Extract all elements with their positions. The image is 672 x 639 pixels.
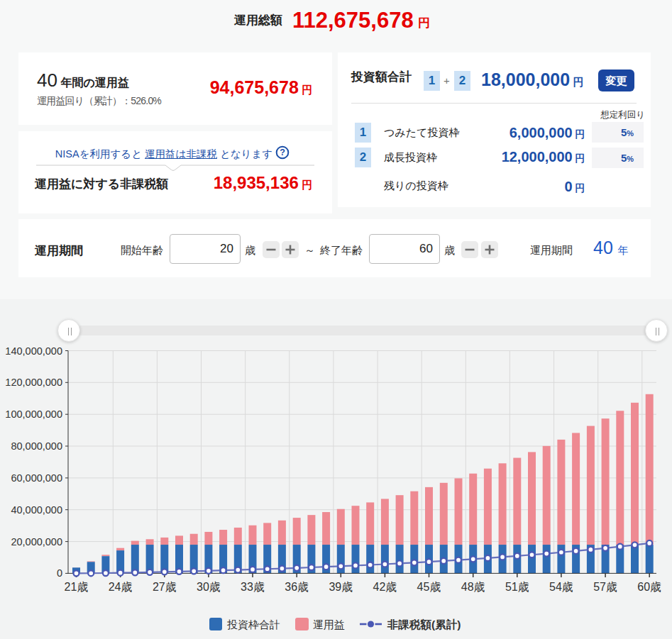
svg-text:140,000,000: 140,000,000: [5, 345, 62, 357]
svg-text:27歳: 27歳: [153, 581, 177, 593]
svg-text:?: ?: [280, 148, 285, 157]
svg-text:51歳: 51歳: [505, 581, 529, 593]
svg-text:20,000,000: 20,000,000: [11, 536, 62, 548]
svg-text:57歳: 57歳: [593, 581, 617, 593]
svg-text:120,000,000: 120,000,000: [5, 377, 62, 388]
svg-text:54歳: 54歳: [549, 581, 573, 593]
svg-text:21歳: 21歳: [65, 581, 89, 593]
svg-text:40,000,000: 40,000,000: [11, 504, 62, 516]
svg-text:36歳: 36歳: [285, 581, 309, 593]
svg-text:33歳: 33歳: [241, 581, 265, 593]
svg-text:39歳: 39歳: [329, 581, 353, 593]
svg-text:80,000,000: 80,000,000: [11, 440, 62, 452]
svg-text:42歳: 42歳: [373, 581, 397, 593]
svg-text:45歳: 45歳: [417, 581, 441, 593]
svg-text:30歳: 30歳: [197, 581, 221, 593]
svg-text:0: 0: [57, 567, 62, 579]
svg-text:100,000,000: 100,000,000: [5, 409, 62, 420]
svg-text:48歳: 48歳: [461, 581, 485, 593]
svg-text:60歳: 60歳: [637, 581, 661, 593]
svg-text:24歳: 24歳: [109, 581, 133, 593]
svg-text:60,000,000: 60,000,000: [11, 472, 62, 484]
